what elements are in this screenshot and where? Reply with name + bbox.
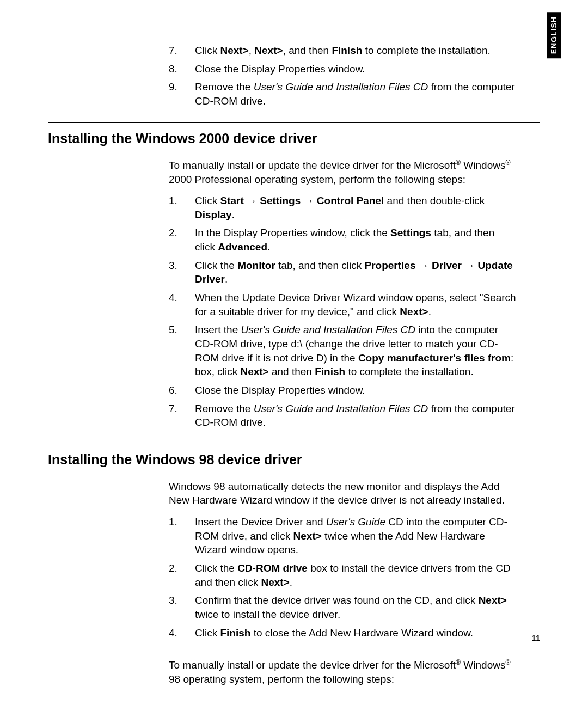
step-text: Insert the User's Guide and Installation… [195,323,517,379]
step-number: 3. [169,593,195,621]
step-text: Insert the Device Driver and User's Guid… [195,515,517,557]
step-number: 2. [169,561,195,589]
step-text: Remove the User's Guide and Installation… [195,402,517,430]
step-number: 2. [169,226,195,254]
list-item: 4.When the Update Device Driver Wizard w… [169,291,517,318]
step-number: 6. [169,383,195,397]
step-text: Confirm that the device driver was found… [195,593,517,621]
list-item: 1.Insert the Device Driver and User's Gu… [169,515,517,557]
win98-steps: 1.Insert the Device Driver and User's Gu… [169,515,517,640]
section-2000-body: To manually install or update the device… [169,158,517,430]
step-text: When the Update Device Driver Wizard win… [195,291,517,318]
step-number: 8. [169,62,195,76]
step-text: Click Start → Settings → Control Panel a… [195,194,517,222]
win98-outro: To manually install or update the device… [169,658,517,687]
list-item: 5.Insert the User's Guide and Installati… [169,323,517,379]
win2000-steps: 1.Click Start → Settings → Control Panel… [169,194,517,430]
top-steps-block: 7.Click Next>, Next>, and then Finish to… [169,44,517,108]
divider-1 [48,122,540,123]
list-item: 2.In the Display Properties window, clic… [169,226,517,254]
list-item: 3.Confirm that the device driver was fou… [169,593,517,621]
section-98-body: Windows 98 automatically detects the new… [169,480,517,687]
list-item: 6.Close the Display Properties window. [169,383,517,397]
list-item: 3.Click the Monitor tab, and then click … [169,259,517,286]
list-item: 7.Remove the User's Guide and Installati… [169,402,517,430]
list-item: 4.Click Finish to close the Add New Hard… [169,626,517,640]
step-number: 7. [169,402,195,430]
page-number: 11 [531,634,540,642]
list-item: 2.Click the CD-ROM drive box to install … [169,561,517,589]
step-text: Close the Display Properties window. [195,383,517,397]
step-text: Click the CD-ROM drive box to install th… [195,561,517,589]
page: ENGLISH 7.Click Next>, Next>, and then F… [0,0,588,711]
step-number: 1. [169,515,195,557]
step-number: 3. [169,259,195,286]
language-tab: ENGLISH [547,12,561,58]
heading-win98: Installing the Windows 98 device driver [48,452,540,468]
list-item: 9.Remove the User's Guide and Installati… [169,80,517,108]
step-number: 9. [169,80,195,108]
step-text: Click Next>, Next>, and then Finish to c… [195,44,517,58]
step-text: Click the Monitor tab, and then click Pr… [195,259,517,286]
divider-2 [48,444,540,444]
step-number: 5. [169,323,195,379]
step-number: 4. [169,626,195,640]
step-text: Remove the User's Guide and Installation… [195,80,517,108]
win2000-intro: To manually install or update the device… [169,158,517,187]
step-text: In the Display Properties window, click … [195,226,517,254]
heading-win2000: Installing the Windows 2000 device drive… [48,131,540,146]
top-steps-list: 7.Click Next>, Next>, and then Finish to… [169,44,517,108]
step-number: 1. [169,194,195,222]
step-number: 7. [169,44,195,58]
list-item: 8.Close the Display Properties window. [169,62,517,76]
win98-intro: Windows 98 automatically detects the new… [169,480,517,507]
list-item: 7.Click Next>, Next>, and then Finish to… [169,44,517,58]
step-number: 4. [169,291,195,318]
list-item: 1.Click Start → Settings → Control Panel… [169,194,517,222]
step-text: Click Finish to close the Add New Hardwa… [195,626,517,640]
step-text: Close the Display Properties window. [195,62,517,76]
